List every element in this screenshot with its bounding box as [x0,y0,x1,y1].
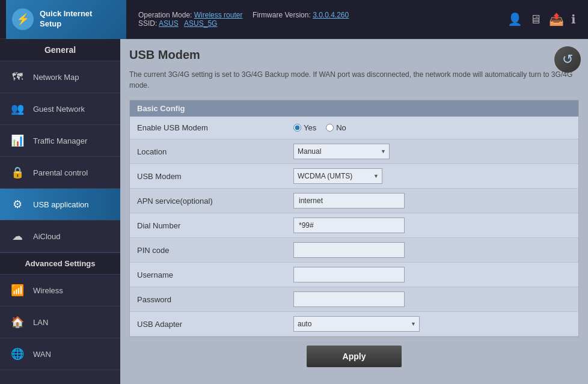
firmware-link[interactable]: 3.0.0.4.260 [313,11,349,19]
usb-application-icon: ⚙ [9,196,26,213]
username-value [293,267,571,282]
usb-application-label: USB application [33,200,89,209]
pin-code-input[interactable] [293,242,405,258]
enable-usb-modem-label: Enable USB Modem [137,123,293,132]
usb-modem-select[interactable]: WCDMA (UMTS) CDMA LTE [293,168,382,184]
row-usb-adapter: USB Adapter auto [130,312,578,337]
row-location: Location Manual Auto [130,139,578,164]
user-icon[interactable]: 👤 [507,12,522,26]
apply-section: Apply [129,337,579,376]
username-input[interactable] [293,267,405,282]
row-pin-code: PIN code [130,238,578,263]
ssid1-link[interactable]: ASUS [159,19,179,28]
network-map-icon: 🗺 [9,69,26,85]
row-username: Username [130,263,578,287]
username-label: Username [137,270,293,279]
usb-modem-label: USB Modem [137,172,293,181]
sidebar-item-network-map[interactable]: 🗺 Network Map [0,61,120,93]
wan-label: WAN [33,350,51,359]
ssid2-link[interactable]: ASUS_5G [184,19,217,28]
sidebar-item-wan[interactable]: 🌐 WAN [0,338,120,370]
wireless-icon: 📶 [9,282,26,299]
usb-adapter-value: auto [293,316,571,332]
parental-control-icon: 🔒 [9,164,26,181]
lan-label: LAN [33,318,48,327]
usb-modem-value: WCDMA (UMTS) CDMA LTE [293,168,571,184]
apn-service-label: APN service(optional) [137,197,293,206]
page-description: The current 3G/4G setting is set to 3G/4… [129,69,579,91]
sidebar: General 🗺 Network Map 👥 Guest Network 📊 … [0,39,120,384]
enable-yes-radio[interactable] [293,124,301,132]
location-label: Location [137,147,293,156]
general-label: General [0,39,120,61]
dial-number-label: Dial Number [137,221,293,230]
traffic-manager-label: Traffic Manager [33,136,87,145]
quick-setup-label: Quick Internet Setup [40,9,92,29]
password-label: Password [137,295,293,304]
quick-setup-icon: ⚡ [12,8,34,30]
guest-network-icon: 👥 [9,100,26,117]
password-value [293,291,571,307]
page-title: USB Modem [129,48,579,62]
row-usb-modem: USB Modem WCDMA (UMTS) CDMA LTE [130,164,578,189]
enable-radio-group: Yes No [293,123,346,132]
aicloud-icon: ☁ [9,228,26,245]
sidebar-item-guest-network[interactable]: 👥 Guest Network [0,93,120,125]
enable-yes-option[interactable]: Yes [293,123,316,132]
config-header: Basic Config [130,100,578,117]
aicloud-label: AiCloud [33,232,61,241]
password-input[interactable] [293,291,405,307]
header-info: Operation Mode: Wireless router Firmware… [126,11,507,28]
usb-modem-select-wrapper: WCDMA (UMTS) CDMA LTE [293,168,382,184]
row-dial-number: Dial Number [130,213,578,238]
network-map-label: Network Map [33,73,79,82]
back-button[interactable]: ↺ [554,46,581,73]
location-select[interactable]: Manual Auto [293,144,390,159]
wireless-label: Wireless [33,286,63,295]
usb-adapter-select[interactable]: auto [293,316,420,332]
quick-setup-button[interactable]: ⚡ Quick Internet Setup [6,0,126,39]
top-bar: ⚡ Quick Internet Setup Operation Mode: W… [0,0,588,39]
location-select-wrapper: Manual Auto [293,144,390,159]
guest-network-label: Guest Network [33,105,85,114]
sidebar-item-usb-application[interactable]: ⚙ USB application [0,189,120,221]
enable-usb-modem-value: Yes No [293,123,571,132]
sidebar-item-aicloud[interactable]: ☁ AiCloud [0,221,120,252]
operation-mode-link[interactable]: Wireless router [194,11,243,19]
main-layout: General 🗺 Network Map 👥 Guest Network 📊 … [0,39,588,384]
enable-no-option[interactable]: No [326,123,346,132]
dial-number-value [293,218,571,233]
apply-button[interactable]: Apply [307,346,402,367]
wan-icon: 🌐 [9,346,26,362]
content-area: ↺ USB Modem The current 3G/4G setting is… [120,39,588,384]
lan-icon: 🏠 [9,314,26,331]
advanced-settings-label: Advanced Settings [0,252,120,275]
usb-adapter-select-wrapper: auto [293,316,420,332]
row-enable-usb-modem: Enable USB Modem Yes No [130,117,578,139]
header-icons: 👤 🖥 📤 ℹ [507,12,582,26]
traffic-manager-icon: 📊 [9,132,26,149]
share-icon[interactable]: 📤 [549,12,564,26]
apn-service-input[interactable] [293,193,405,209]
info-icon[interactable]: ℹ [571,12,576,26]
config-section: Basic Config Enable USB Modem Yes No [129,100,579,337]
parental-control-label: Parental control [33,168,88,177]
sidebar-item-wireless[interactable]: 📶 Wireless [0,275,120,306]
apn-service-value [293,193,571,209]
location-value: Manual Auto [293,144,571,159]
row-password: Password [130,287,578,312]
network-icon[interactable]: 🖥 [530,13,542,26]
enable-no-radio[interactable] [326,124,334,132]
sidebar-item-lan[interactable]: 🏠 LAN [0,306,120,338]
pin-code-value [293,242,571,258]
sidebar-item-parental-control[interactable]: 🔒 Parental control [0,157,120,189]
pin-code-label: PIN code [137,246,293,255]
sidebar-item-traffic-manager[interactable]: 📊 Traffic Manager [0,125,120,157]
usb-adapter-label: USB Adapter [137,320,293,329]
row-apn-service: APN service(optional) [130,189,578,213]
dial-number-input[interactable] [293,218,405,233]
